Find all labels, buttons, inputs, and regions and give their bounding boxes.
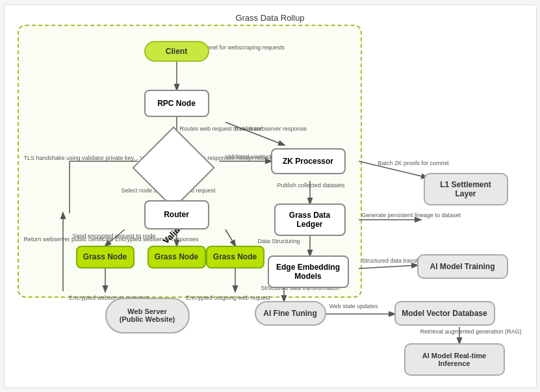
grass-node-2: Grass Node [148, 246, 206, 268]
ai-fine-tuning-node: AI Fine Tuning [255, 301, 326, 326]
grass-node-1: Grass Node [76, 246, 135, 268]
label-zk-batch: Batch ZK proofs for commit [378, 160, 449, 168]
edge-embedding-node: Edge Embedding Models [268, 255, 349, 288]
label-web-state: Web state updates [329, 303, 378, 311]
zk-processor-node: ZK Processor [271, 148, 346, 174]
diagram-title: Grass Data Rollup [235, 13, 304, 23]
label-rag: Retrieval augmented generation (RAG) [420, 328, 522, 336]
label-zk-publish: Publish collected datasets [277, 182, 345, 190]
ai-model-training-node: AI Model Training [417, 254, 508, 279]
model-vector-db-node: Model Vector Database [394, 301, 495, 326]
diagram-container: Grass Data Rollup [4, 5, 537, 388]
validator-wrapper: Validator [144, 138, 203, 197]
grass-node-3: Grass Node [206, 246, 264, 268]
label-return-webserver: Return webserver response [235, 125, 307, 133]
label-ledger-edge: Data Structuring [258, 238, 300, 246]
client-node: Client [144, 41, 209, 62]
label-persistent: Generate persistent lineage to dataset [362, 212, 461, 220]
router-node: Router [144, 200, 209, 229]
web-server-node: Web Server (Public Website) [105, 298, 190, 333]
ai-inference-node: AI Model Real-time Inference [404, 343, 505, 376]
l1-settlement-node: L1 Settlement Layer [424, 173, 508, 205]
label-enc-outgoing: Encrypted outgoing web request [186, 294, 270, 302]
grass-data-ledger-node: Grass Data Ledger [274, 203, 346, 236]
rpc-node: RPC Node [144, 90, 209, 117]
svg-line-16 [359, 265, 417, 268]
